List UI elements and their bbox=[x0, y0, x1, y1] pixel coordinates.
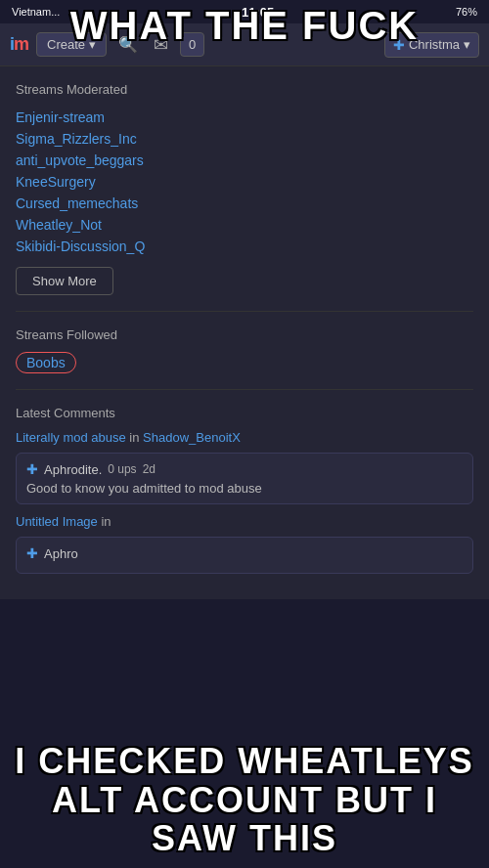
main-content: Streams Moderated Enjenir-stream Sigma_R… bbox=[0, 66, 489, 599]
stream-link[interactable]: KneeSurgery bbox=[16, 171, 473, 193]
user-menu-button[interactable]: ✚ Christma ▾ bbox=[384, 32, 479, 58]
user-icon: ✚ bbox=[26, 545, 38, 561]
status-bar: Vietnam... 11:05 76% bbox=[0, 0, 489, 23]
notification-badge[interactable]: 0 bbox=[180, 32, 204, 57]
stream-link[interactable]: Wheatley_Not bbox=[16, 214, 473, 236]
comment-stream-link[interactable]: Shadow_BenoitX bbox=[143, 430, 241, 445]
stream-link[interactable]: Enjenir-stream bbox=[16, 107, 473, 128]
show-more-button[interactable]: Show More bbox=[16, 267, 113, 295]
comment-meta: ✚ Aphro bbox=[26, 545, 463, 561]
comment-age: 2d bbox=[143, 462, 156, 476]
stream-link[interactable]: Cursed_memechats bbox=[16, 193, 473, 214]
streams-followed-section: Streams Followed Boobs bbox=[16, 327, 473, 373]
navbar: im Create ▾ 🔍 ✉ 0 ✚ Christma ▾ bbox=[0, 23, 489, 66]
stream-link[interactable]: Skibidi-Discussion_Q bbox=[16, 236, 473, 257]
comment-author: Aphrodite. bbox=[44, 462, 102, 477]
user-icon: ✚ bbox=[393, 37, 405, 53]
streams-moderated-section: Streams Moderated Enjenir-stream Sigma_R… bbox=[16, 82, 473, 295]
divider bbox=[16, 311, 473, 312]
stream-link[interactable]: anti_upvote_beggars bbox=[16, 150, 473, 171]
comment-text: Good to know you admitted to mod abuse bbox=[26, 481, 463, 496]
comment-meta: ✚ Aphrodite. 0 ups 2d bbox=[26, 461, 463, 477]
stream-link[interactable]: Sigma_Rizzlers_Inc bbox=[16, 128, 473, 150]
comment-author: Aphro bbox=[44, 546, 78, 561]
meme-bottom-text: I CHECKED WHEATLEYS ALT ACCOUNT BUT I SA… bbox=[0, 742, 489, 868]
divider bbox=[16, 389, 473, 390]
streams-moderated-title: Streams Moderated bbox=[16, 82, 473, 97]
followed-stream-link[interactable]: Boobs bbox=[16, 352, 76, 373]
comment-post-link[interactable]: Untitled Image bbox=[16, 514, 98, 529]
comment-ref: Untitled Image in bbox=[16, 514, 473, 529]
user-icon: ✚ bbox=[26, 461, 38, 477]
chevron-down-icon: ▾ bbox=[89, 37, 96, 52]
comment-card: ✚ Aphrodite. 0 ups 2d Good to know you a… bbox=[16, 453, 473, 504]
chevron-down-icon: ▾ bbox=[464, 37, 470, 52]
search-icon[interactable]: 🔍 bbox=[114, 35, 142, 54]
carrier-label: Vietnam... bbox=[12, 6, 60, 18]
comment-ref: Literally mod abuse in Shadow_BenoitX bbox=[16, 430, 473, 445]
create-button[interactable]: Create ▾ bbox=[36, 32, 107, 57]
mail-icon[interactable]: ✉ bbox=[150, 34, 172, 56]
time-label: 11:05 bbox=[242, 5, 274, 20]
latest-comments-section: Latest Comments Literally mod abuse in S… bbox=[16, 406, 473, 574]
logo: im bbox=[10, 34, 28, 55]
comment-votes: 0 ups bbox=[108, 462, 136, 476]
streams-followed-title: Streams Followed bbox=[16, 327, 473, 342]
comment-post-link[interactable]: Literally mod abuse bbox=[16, 430, 126, 445]
latest-comments-title: Latest Comments bbox=[16, 406, 473, 420]
battery-label: 76% bbox=[456, 6, 477, 18]
comment-card: ✚ Aphro bbox=[16, 537, 473, 574]
